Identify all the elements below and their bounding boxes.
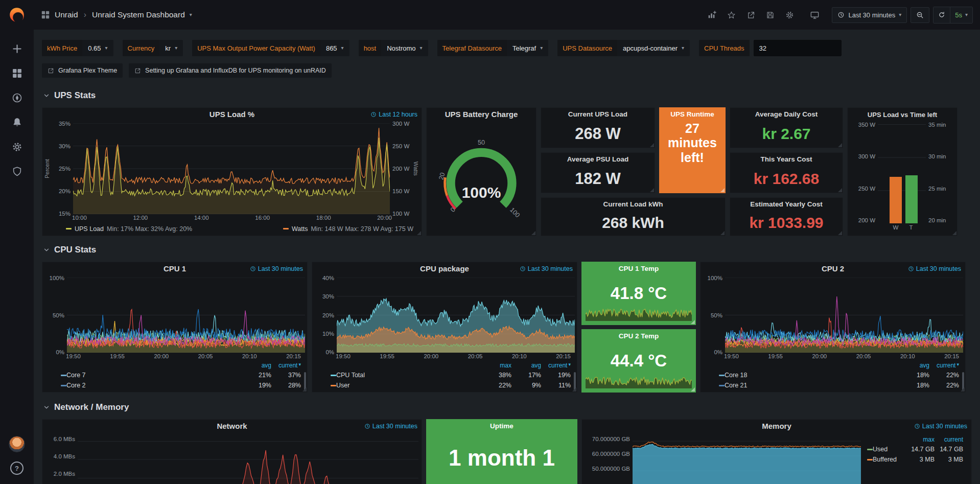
legend-sort-current[interactable]: current▾ — [271, 362, 301, 370]
series-name[interactable]: Watts — [292, 225, 308, 233]
dashboard-settings-button[interactable] — [782, 8, 798, 22]
panel-title[interactable]: CPU 2 Temp — [619, 332, 659, 340]
panel-title[interactable]: Estimated Yearly Cost — [750, 200, 823, 208]
tick-label: 18:00 — [316, 215, 331, 223]
link-label: Setting up Grafana and InfluxDB for UPS … — [145, 67, 326, 74]
cpu1-graph[interactable] — [67, 278, 305, 353]
variable-value-dropdown[interactable]: 0.65▾ — [82, 40, 113, 56]
y-axis-label: Watts — [412, 123, 419, 214]
variable-value-dropdown[interactable]: kr▾ — [159, 40, 183, 56]
user-avatar[interactable] — [9, 436, 25, 452]
panel-title[interactable]: Average Daily Cost — [755, 110, 818, 118]
time-range-button[interactable]: Last 30 minutes ▾ — [832, 7, 907, 23]
legend-scrollbar[interactable] — [574, 372, 576, 390]
panel-title[interactable]: Memory — [762, 422, 791, 430]
panel-title[interactable]: CPU package — [420, 264, 469, 273]
variable-value-dropdown[interactable]: Nostromo▾ — [381, 40, 428, 56]
link-grafana-plex-theme[interactable]: Grafana Plex Theme — [42, 63, 123, 78]
y-axis-ticks: 100%50%0% — [43, 275, 67, 355]
series-name[interactable]: Used — [873, 446, 888, 453]
panel-title[interactable]: UPS Load % — [209, 110, 254, 119]
sidebar-item-alerting[interactable] — [0, 110, 34, 134]
legend-sort-max[interactable]: max — [482, 362, 511, 370]
sidebar-item-configuration[interactable] — [0, 134, 34, 159]
help-icon[interactable]: ? — [10, 462, 24, 475]
series-name[interactable]: CPU Total — [336, 372, 365, 379]
tick-label: 250 W — [392, 143, 410, 149]
panel-ups-load-percent: UPS Load % Last 12 hours Percent 35%30%2… — [42, 107, 422, 236]
panel-title[interactable]: UPS Runtime — [670, 110, 714, 118]
x-axis-ticks: W T — [878, 224, 926, 234]
legend-sort-current[interactable]: current▾ — [929, 362, 959, 370]
series-name[interactable]: Buffered — [873, 456, 897, 463]
legend-scrollbar[interactable] — [304, 372, 306, 390]
section-title: Network / Memory — [54, 402, 129, 412]
caret-down-icon[interactable]: ▾ — [190, 12, 192, 17]
panel-title[interactable]: Current Load kWh — [603, 200, 663, 208]
share-button[interactable] — [743, 8, 759, 22]
tick-label: 350 W — [849, 122, 875, 128]
legend-sort-current[interactable]: current — [935, 436, 963, 444]
page-title[interactable]: Unraid System Dashboard — [92, 10, 185, 19]
legend-scrollbar[interactable] — [962, 372, 964, 390]
refresh-button[interactable] — [934, 7, 950, 23]
cpu2-graph[interactable] — [725, 278, 963, 353]
tick-label: 20 min — [928, 217, 955, 223]
legend-sort-current[interactable]: current▾ — [541, 362, 571, 370]
zoom-out-button[interactable] — [911, 7, 929, 23]
cycle-view-button[interactable] — [806, 8, 823, 22]
bar-chart[interactable]: W T — [878, 124, 926, 234]
save-button[interactable] — [762, 8, 778, 22]
tick-label: 200 W — [849, 217, 875, 223]
panel-title[interactable]: Network — [217, 422, 247, 430]
legend-sort-avg[interactable]: avg — [511, 362, 541, 370]
stat-value: 1 month 1 — [427, 432, 577, 484]
variable-value-dropdown[interactable]: Telegraf▾ — [507, 40, 548, 56]
variable-value-dropdown[interactable]: apcupsd-container▾ — [617, 40, 690, 56]
legend-value: 38% — [482, 372, 511, 379]
row-header-cpu-stats[interactable]: CPU Stats — [43, 244, 972, 256]
y-axis-ticks: 350 W300 W250 W200 W — [849, 122, 878, 234]
panel-title[interactable]: Average PSU Load — [567, 155, 628, 163]
cpu-package-graph[interactable] — [337, 278, 575, 353]
legend-sort-max[interactable]: max — [906, 436, 935, 444]
y-axis-ticks: 35 min30 min25 min20 min — [926, 122, 955, 234]
variable-value-dropdown[interactable]: 865▾ — [320, 40, 349, 56]
row-header-ups-stats[interactable]: UPS Stats — [43, 90, 972, 101]
star-button[interactable] — [724, 8, 739, 22]
sidebar-item-dashboards[interactable] — [0, 61, 34, 85]
series-name[interactable]: User — [336, 382, 349, 389]
grafana-logo[interactable] — [8, 6, 26, 24]
legend-sort-avg[interactable]: avg — [900, 362, 929, 370]
sidebar-item-explore[interactable] — [0, 85, 34, 110]
row-header-network-memory[interactable]: Network / Memory — [43, 402, 972, 413]
panel-title[interactable]: Uptime — [490, 422, 514, 430]
series-swatch — [66, 228, 72, 229]
refresh-icon — [938, 11, 945, 18]
memory-graph[interactable] — [633, 436, 861, 484]
cpu-threads-input[interactable] — [754, 40, 842, 56]
series-name[interactable]: Core 2 — [66, 382, 86, 389]
series-name[interactable]: Core 7 — [66, 372, 86, 379]
panel-title[interactable]: CPU 1 Temp — [619, 265, 659, 272]
panel-title[interactable]: CPU 2 — [822, 264, 844, 273]
sidebar-item-create[interactable] — [0, 36, 34, 61]
panel-title[interactable]: UPS Load vs Time left — [868, 111, 937, 119]
link-ups-monitoring-guide[interactable]: Setting up Grafana and InfluxDB for UPS … — [129, 63, 332, 78]
x-axis-ticks: 10:0012:0014:0016:0018:0020:00 — [72, 215, 392, 223]
panel-title[interactable]: Current UPS Load — [568, 110, 627, 118]
series-name[interactable]: Core 21 — [725, 382, 747, 389]
series-name[interactable]: Core 18 — [725, 372, 747, 379]
network-graph[interactable] — [78, 436, 418, 484]
add-panel-button[interactable] — [704, 8, 720, 22]
legend-sort-avg[interactable]: avg — [242, 362, 271, 370]
panel-title[interactable]: This Years Cost — [760, 155, 812, 163]
panel-title[interactable]: UPS Battery Charge — [445, 110, 518, 119]
ups-load-graph[interactable] — [73, 123, 390, 214]
refresh-interval-button[interactable]: 5s ▾ — [950, 7, 972, 23]
series-name[interactable]: UPS Load — [75, 225, 104, 233]
breadcrumb-app[interactable]: Unraid — [55, 10, 78, 19]
panel-title[interactable]: CPU 1 — [164, 264, 186, 273]
legend-value: 21% — [242, 372, 271, 379]
sidebar-item-admin[interactable] — [0, 159, 34, 183]
